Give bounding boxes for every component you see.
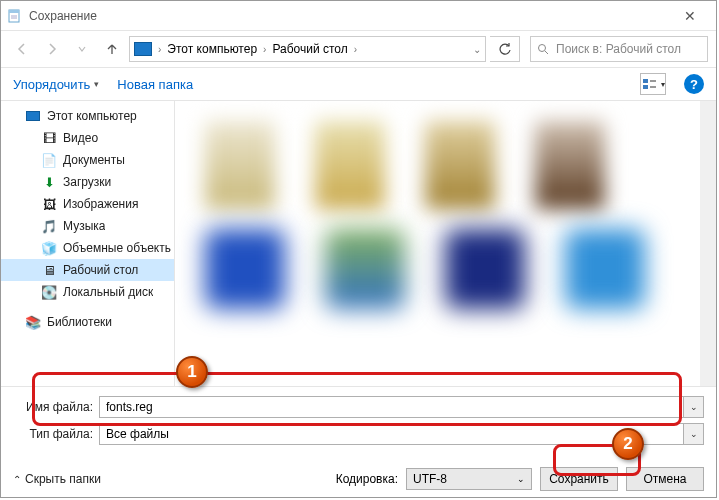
svg-rect-1: [9, 10, 19, 13]
chevron-up-icon: ⌃: [13, 474, 21, 485]
back-button[interactable]: [9, 36, 35, 62]
tree-icon: 🖥: [41, 263, 57, 277]
view-options-button[interactable]: ▾: [640, 73, 666, 95]
up-button[interactable]: [99, 36, 125, 62]
tree-icon: 🧊: [41, 241, 57, 255]
tree-label: Объемные объекты: [63, 241, 171, 255]
save-button[interactable]: Сохранить: [540, 467, 618, 491]
breadcrumb-segment[interactable]: Этот компьютер: [167, 42, 257, 56]
libraries-icon: 📚: [25, 315, 41, 329]
filetype-dropdown-button[interactable]: ⌄: [684, 423, 704, 445]
recent-button[interactable]: [69, 36, 95, 62]
file-thumbnail[interactable]: [315, 121, 385, 209]
vertical-scrollbar[interactable]: [700, 101, 716, 386]
body-area: Этот компьютер 🎞Видео📄Документы⬇Загрузки…: [1, 101, 716, 386]
breadcrumb-segment[interactable]: Рабочий стол: [272, 42, 347, 56]
search-input[interactable]: Поиск в: Рабочий стол: [530, 36, 708, 62]
navigation-bar: › Этот компьютер › Рабочий стол › ⌄ Поис…: [1, 31, 716, 67]
sidebar-item[interactable]: 🖥Рабочий стол: [1, 259, 174, 281]
filename-label: Имя файла:: [13, 400, 99, 414]
this-pc-icon: [134, 42, 152, 56]
svg-point-4: [539, 44, 546, 51]
search-icon: [537, 43, 550, 56]
actions-row: ⌃Скрыть папки Кодировка: UTF-8⌄ Сохранит…: [1, 457, 716, 497]
titlebar: Сохранение ✕: [1, 1, 716, 31]
sidebar-item[interactable]: 🖼Изображения: [1, 193, 174, 215]
sidebar-item-this-pc[interactable]: Этот компьютер: [1, 105, 174, 127]
file-thumbnail[interactable]: [445, 229, 525, 309]
chevron-right-icon: ›: [158, 44, 161, 55]
filename-input[interactable]: fonts.reg: [99, 396, 684, 418]
tree-icon: 🎞: [41, 131, 57, 145]
tree-label: Рабочий стол: [63, 263, 138, 277]
address-bar[interactable]: › Этот компьютер › Рабочий стол › ⌄: [129, 36, 486, 62]
file-thumbnail[interactable]: [205, 121, 275, 209]
filetype-label: Тип файла:: [13, 427, 99, 441]
encoding-label: Кодировка:: [336, 472, 398, 486]
footer: Имя файла: fonts.reg ⌄ Тип файла: Все фа…: [1, 386, 716, 457]
tree-icon: 💽: [41, 285, 57, 299]
tree-label: Изображения: [63, 197, 138, 211]
tree-icon: ⬇: [41, 175, 57, 189]
close-button[interactable]: ✕: [670, 8, 710, 24]
save-dialog: Сохранение ✕ › Этот компьютер › Рабочий …: [0, 0, 717, 498]
help-button[interactable]: ?: [684, 74, 704, 94]
file-thumbnail[interactable]: [425, 121, 495, 209]
tree-label: Документы: [63, 153, 125, 167]
annotation-marker-2: 2: [612, 428, 644, 460]
forward-button[interactable]: [39, 36, 65, 62]
sidebar-item-libraries[interactable]: 📚Библиотеки: [1, 311, 174, 333]
encoding-combo[interactable]: UTF-8⌄: [406, 468, 532, 490]
annotation-marker-1: 1: [176, 356, 208, 388]
sidebar-item[interactable]: ⬇Загрузки: [1, 171, 174, 193]
sidebar-item[interactable]: 📄Документы: [1, 149, 174, 171]
tree-label: Загрузки: [63, 175, 111, 189]
svg-rect-7: [643, 85, 648, 89]
sidebar: Этот компьютер 🎞Видео📄Документы⬇Загрузки…: [1, 101, 175, 386]
new-folder-button[interactable]: Новая папка: [117, 77, 193, 92]
tree-label: Локальный диск: [63, 285, 153, 299]
monitor-icon: [25, 109, 41, 123]
refresh-button[interactable]: [490, 36, 520, 62]
tree-icon: 🎵: [41, 219, 57, 233]
chevron-right-icon: ›: [263, 44, 266, 55]
tree-icon: 🖼: [41, 197, 57, 211]
organize-button[interactable]: Упорядочить▾: [13, 77, 99, 92]
svg-line-5: [545, 51, 548, 54]
notepad-icon: [7, 8, 23, 24]
file-thumbnail[interactable]: [325, 229, 405, 309]
tree-label: Видео: [63, 131, 98, 145]
file-pane[interactable]: [175, 101, 716, 386]
cancel-button[interactable]: Отмена: [626, 467, 704, 491]
file-thumbnail[interactable]: [205, 229, 285, 309]
tree-icon: 📄: [41, 153, 57, 167]
toolbar: Упорядочить▾ Новая папка ▾ ?: [1, 67, 716, 101]
sidebar-item[interactable]: 🎞Видео: [1, 127, 174, 149]
tree-label: Музыка: [63, 219, 105, 233]
search-placeholder: Поиск в: Рабочий стол: [556, 42, 681, 56]
filename-history-button[interactable]: ⌄: [684, 396, 704, 418]
svg-rect-6: [643, 79, 648, 83]
window-title: Сохранение: [29, 9, 670, 23]
sidebar-item[interactable]: 💽Локальный диск: [1, 281, 174, 303]
sidebar-item[interactable]: 🧊Объемные объекты: [1, 237, 174, 259]
sidebar-item[interactable]: 🎵Музыка: [1, 215, 174, 237]
filetype-combo[interactable]: Все файлы: [99, 423, 684, 445]
hide-folders-button[interactable]: ⌃Скрыть папки: [13, 472, 101, 486]
file-thumbnail[interactable]: [535, 121, 605, 209]
chevron-down-icon[interactable]: ⌄: [473, 44, 481, 55]
file-thumbnail[interactable]: [565, 229, 645, 309]
chevron-right-icon: ›: [354, 44, 357, 55]
